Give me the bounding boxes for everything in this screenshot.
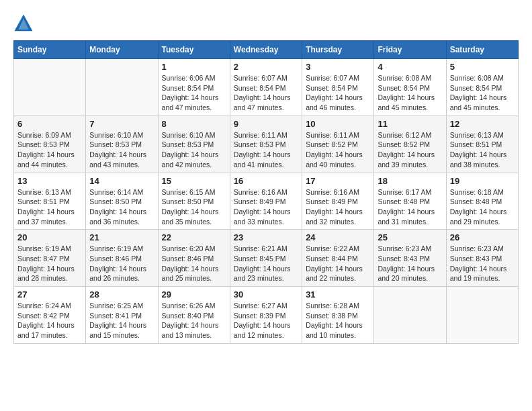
- calendar-cell: 3Sunrise: 6:07 AM Sunset: 8:54 PM Daylig…: [302, 59, 374, 116]
- calendar-cell: 9Sunrise: 6:11 AM Sunset: 8:53 PM Daylig…: [230, 116, 302, 173]
- day-number: 26: [450, 232, 515, 242]
- day-info: Sunrise: 6:13 AM Sunset: 8:51 PM Dayligh…: [450, 130, 515, 170]
- day-number: 14: [89, 176, 154, 186]
- day-number: 6: [17, 119, 82, 129]
- day-number: 3: [306, 62, 370, 72]
- day-number: 16: [234, 176, 298, 186]
- calendar-cell: 8Sunrise: 6:10 AM Sunset: 8:53 PM Daylig…: [158, 116, 230, 173]
- calendar-cell: 27Sunrise: 6:24 AM Sunset: 8:42 PM Dayli…: [14, 287, 86, 344]
- calendar-cell: 20Sunrise: 6:19 AM Sunset: 8:47 PM Dayli…: [14, 230, 86, 287]
- day-info: Sunrise: 6:08 AM Sunset: 8:54 PM Dayligh…: [378, 73, 442, 113]
- weekday-header-tuesday: Tuesday: [158, 41, 230, 59]
- calendar-cell: 4Sunrise: 6:08 AM Sunset: 8:54 PM Daylig…: [374, 59, 446, 116]
- calendar-cell: 30Sunrise: 6:27 AM Sunset: 8:39 PM Dayli…: [230, 287, 302, 344]
- calendar-cell: 10Sunrise: 6:11 AM Sunset: 8:52 PM Dayli…: [302, 116, 374, 173]
- day-number: 23: [234, 232, 298, 242]
- calendar-cell: 7Sunrise: 6:10 AM Sunset: 8:53 PM Daylig…: [86, 116, 158, 173]
- weekday-header-friday: Friday: [374, 41, 446, 59]
- day-info: Sunrise: 6:16 AM Sunset: 8:49 PM Dayligh…: [234, 187, 298, 227]
- weekday-header-thursday: Thursday: [302, 41, 374, 59]
- calendar-cell: 18Sunrise: 6:17 AM Sunset: 8:48 PM Dayli…: [374, 173, 446, 230]
- day-info: Sunrise: 6:13 AM Sunset: 8:51 PM Dayligh…: [17, 187, 82, 227]
- day-number: 25: [378, 232, 442, 242]
- day-number: 17: [306, 176, 370, 186]
- day-number: 18: [378, 176, 442, 186]
- day-number: 28: [89, 289, 154, 300]
- calendar-cell: [446, 287, 518, 344]
- day-info: Sunrise: 6:22 AM Sunset: 8:44 PM Dayligh…: [306, 244, 370, 283]
- calendar-cell: 13Sunrise: 6:13 AM Sunset: 8:51 PM Dayli…: [14, 173, 86, 230]
- day-number: 4: [378, 62, 442, 72]
- day-info: Sunrise: 6:14 AM Sunset: 8:50 PM Dayligh…: [89, 187, 154, 227]
- day-info: Sunrise: 6:25 AM Sunset: 8:41 PM Dayligh…: [89, 301, 154, 340]
- day-number: 8: [162, 119, 226, 129]
- day-info: Sunrise: 6:07 AM Sunset: 8:54 PM Dayligh…: [234, 73, 298, 113]
- calendar-cell: 12Sunrise: 6:13 AM Sunset: 8:51 PM Dayli…: [446, 116, 518, 173]
- day-info: Sunrise: 6:27 AM Sunset: 8:39 PM Dayligh…: [234, 301, 298, 340]
- weekday-header-saturday: Saturday: [446, 41, 518, 59]
- day-number: 19: [450, 176, 515, 186]
- day-info: Sunrise: 6:19 AM Sunset: 8:47 PM Dayligh…: [17, 244, 82, 283]
- calendar-cell: 17Sunrise: 6:16 AM Sunset: 8:49 PM Dayli…: [302, 173, 374, 230]
- day-info: Sunrise: 6:23 AM Sunset: 8:43 PM Dayligh…: [450, 244, 515, 283]
- calendar-cell: 23Sunrise: 6:21 AM Sunset: 8:45 PM Dayli…: [230, 230, 302, 287]
- day-info: Sunrise: 6:15 AM Sunset: 8:50 PM Dayligh…: [162, 187, 226, 227]
- calendar-cell: 1Sunrise: 6:06 AM Sunset: 8:54 PM Daylig…: [158, 59, 230, 116]
- day-info: Sunrise: 6:07 AM Sunset: 8:54 PM Dayligh…: [306, 73, 370, 113]
- calendar-cell: 14Sunrise: 6:14 AM Sunset: 8:50 PM Dayli…: [86, 173, 158, 230]
- day-info: Sunrise: 6:11 AM Sunset: 8:52 PM Dayligh…: [306, 130, 370, 170]
- day-info: Sunrise: 6:20 AM Sunset: 8:46 PM Dayligh…: [162, 244, 226, 283]
- calendar-cell: 22Sunrise: 6:20 AM Sunset: 8:46 PM Dayli…: [158, 230, 230, 287]
- day-info: Sunrise: 6:09 AM Sunset: 8:53 PM Dayligh…: [17, 130, 82, 170]
- calendar-cell: [86, 59, 158, 116]
- weekday-header-wednesday: Wednesday: [230, 41, 302, 59]
- day-number: 10: [306, 119, 370, 129]
- day-info: Sunrise: 6:24 AM Sunset: 8:42 PM Dayligh…: [17, 301, 82, 340]
- calendar-table: SundayMondayTuesdayWednesdayThursdayFrid…: [13, 40, 519, 344]
- calendar-cell: 11Sunrise: 6:12 AM Sunset: 8:52 PM Dayli…: [374, 116, 446, 173]
- day-info: Sunrise: 6:10 AM Sunset: 8:53 PM Dayligh…: [89, 130, 154, 170]
- calendar-cell: [374, 287, 446, 344]
- day-info: Sunrise: 6:16 AM Sunset: 8:49 PM Dayligh…: [306, 187, 370, 227]
- calendar-cell: 26Sunrise: 6:23 AM Sunset: 8:43 PM Dayli…: [446, 230, 518, 287]
- day-number: 24: [306, 232, 370, 242]
- day-number: 7: [89, 119, 154, 129]
- day-info: Sunrise: 6:17 AM Sunset: 8:48 PM Dayligh…: [378, 187, 442, 227]
- day-info: Sunrise: 6:18 AM Sunset: 8:48 PM Dayligh…: [450, 187, 515, 227]
- day-number: 30: [234, 289, 298, 300]
- day-info: Sunrise: 6:06 AM Sunset: 8:54 PM Dayligh…: [162, 73, 226, 113]
- day-number: 29: [162, 289, 226, 300]
- day-number: 27: [17, 289, 82, 300]
- calendar-cell: 21Sunrise: 6:19 AM Sunset: 8:46 PM Dayli…: [86, 230, 158, 287]
- calendar-cell: 16Sunrise: 6:16 AM Sunset: 8:49 PM Dayli…: [230, 173, 302, 230]
- calendar-cell: 25Sunrise: 6:23 AM Sunset: 8:43 PM Dayli…: [374, 230, 446, 287]
- calendar-cell: 24Sunrise: 6:22 AM Sunset: 8:44 PM Dayli…: [302, 230, 374, 287]
- day-number: 5: [450, 62, 515, 72]
- day-number: 21: [89, 232, 154, 242]
- day-info: Sunrise: 6:12 AM Sunset: 8:52 PM Dayligh…: [378, 130, 442, 170]
- day-number: 12: [450, 119, 515, 129]
- calendar-cell: 28Sunrise: 6:25 AM Sunset: 8:41 PM Dayli…: [86, 287, 158, 344]
- weekday-header-monday: Monday: [86, 41, 158, 59]
- calendar-cell: 31Sunrise: 6:28 AM Sunset: 8:38 PM Dayli…: [302, 287, 374, 344]
- day-number: 13: [17, 176, 82, 186]
- calendar-cell: [14, 59, 86, 116]
- logo-icon: [13, 13, 34, 34]
- day-info: Sunrise: 6:11 AM Sunset: 8:53 PM Dayligh…: [234, 130, 298, 170]
- day-number: 1: [162, 62, 226, 72]
- day-number: 15: [162, 176, 226, 186]
- logo: [13, 13, 36, 34]
- day-info: Sunrise: 6:23 AM Sunset: 8:43 PM Dayligh…: [378, 244, 442, 283]
- day-number: 11: [378, 119, 442, 129]
- day-info: Sunrise: 6:10 AM Sunset: 8:53 PM Dayligh…: [162, 130, 226, 170]
- calendar-cell: 15Sunrise: 6:15 AM Sunset: 8:50 PM Dayli…: [158, 173, 230, 230]
- day-number: 9: [234, 119, 298, 129]
- day-info: Sunrise: 6:28 AM Sunset: 8:38 PM Dayligh…: [306, 301, 370, 340]
- weekday-header-sunday: Sunday: [14, 41, 86, 59]
- day-info: Sunrise: 6:21 AM Sunset: 8:45 PM Dayligh…: [234, 244, 298, 283]
- calendar-cell: 6Sunrise: 6:09 AM Sunset: 8:53 PM Daylig…: [14, 116, 86, 173]
- calendar-cell: 2Sunrise: 6:07 AM Sunset: 8:54 PM Daylig…: [230, 59, 302, 116]
- day-info: Sunrise: 6:26 AM Sunset: 8:40 PM Dayligh…: [162, 301, 226, 340]
- day-info: Sunrise: 6:19 AM Sunset: 8:46 PM Dayligh…: [89, 244, 154, 283]
- day-number: 2: [234, 62, 298, 72]
